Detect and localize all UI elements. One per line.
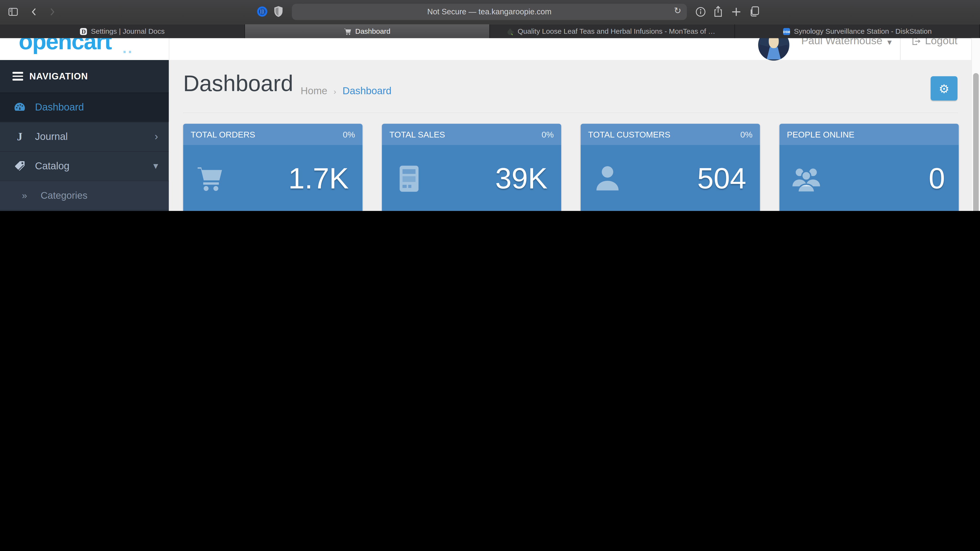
tab-title: Synology Surveillance Station - DiskStat… [794,27,932,35]
tile-value: 0 [929,160,945,195]
tile-header: TOTAL ORDERS0% [183,124,363,145]
teapot-favicon [506,27,514,35]
tab-title: Dashboard [355,27,390,35]
sidebar-item-catalog[interactable]: Catalog▼ [0,151,169,180]
svg-text:DSM: DSM [783,30,790,33]
browser-tab-bar: DSettings | Journal DocsDashboardQuality… [0,24,980,38]
breadcrumb-current[interactable]: Dashboard [343,86,391,96]
tile-body: 39K [382,145,561,210]
sidebar-item-label: Categories [41,190,88,201]
tile-percent: 0% [541,130,554,139]
journal-icon: J [13,130,26,143]
user-icon [592,162,623,194]
opencart-logo-cart-dots: .. [123,40,133,57]
sidebar: NAVIGATION DashboardJJournal›Catalog▼»Ca… [0,60,169,211]
journal-docs-favicon: D [80,27,88,35]
sidebar-nav-header: NAVIGATION [0,60,169,92]
dsm-favicon: DSM [783,27,791,35]
sidebar-item-products[interactable]: »Products [0,210,169,211]
breadcrumb-home[interactable]: Home [301,86,327,96]
header-divider [900,38,901,60]
screen: Not Secure — tea.kangaroopie.com ↻ DSett… [0,0,980,211]
tile-total-sales: TOTAL SALES0%39KView more... [382,124,561,211]
browser-tab-3[interactable]: Quality Loose Leaf Teas and Herbal Infus… [490,24,735,38]
tile-title: PEOPLE ONLINE [787,130,854,139]
back-icon[interactable] [29,6,40,17]
extension-badge-icon[interactable] [256,6,268,18]
address-url: Not Secure — tea.kangaroopie.com [427,7,552,16]
tile-view-more-link[interactable]: View more... [382,210,561,211]
tile-value: 504 [697,160,746,195]
tile-value: 1.7K [288,160,349,195]
sidebar-item-label: Dashboard [35,102,84,113]
tile-view-more-link[interactable]: View more... [183,210,363,211]
forward-icon[interactable] [46,6,57,17]
tile-header: TOTAL CUSTOMERS0% [581,124,760,145]
chevron-down-icon: ▼ [153,163,158,169]
settings-gear-button[interactable]: ⚙ [931,76,958,101]
tile-title: TOTAL CUSTOMERS [588,130,670,139]
caret-down-icon: ▼ [888,40,892,46]
breadcrumb: Home›Dashboard [301,86,391,97]
tile-value: 39K [495,160,547,195]
tile-total-customers: TOTAL CUSTOMERS0%504View more... [581,124,760,211]
opencart-cart-favicon [344,27,352,35]
tag-icon [13,159,26,173]
tile-header: PEOPLE ONLINE [779,124,959,145]
sidebar-item-label: Catalog [35,160,69,172]
sidebar-item-journal[interactable]: JJournal› [0,122,169,151]
browser-tab-4[interactable]: DSMSynology Surveillance Station - DiskS… [735,24,980,38]
opencart-logo: opencart [19,38,111,55]
info-icon[interactable] [695,7,706,17]
svg-text:J: J [17,131,22,143]
browser-tab-1[interactable]: DSettings | Journal Docs [0,24,245,38]
tab-overview-icon[interactable] [749,6,760,18]
tile-people-online: PEOPLE ONLINE0View more... [779,124,959,211]
browser-toolbar: Not Secure — tea.kangaroopie.com ↻ [0,0,980,24]
credit-card-icon [393,162,425,194]
tile-title: TOTAL SALES [389,130,445,139]
scrollbar-track[interactable] [971,38,980,211]
sidebar-item-dashboard[interactable]: Dashboard [0,92,169,122]
double-chevron-icon: » [22,190,27,200]
browser-tab-2[interactable]: Dashboard [245,24,490,38]
app-header: opencart .. Paul Waterhouse▼ Logout [0,38,980,60]
page-title: Dashboard [183,71,293,97]
tile-percent: 0% [740,130,752,139]
users-icon [791,162,822,194]
tile-total-orders: TOTAL ORDERS0%1.7KView more... [183,124,363,211]
menu-icon[interactable] [13,72,23,80]
cart-icon [194,162,226,194]
new-tab-icon[interactable] [731,7,741,17]
tile-body: 504 [581,145,760,210]
tab-title: Settings | Journal Docs [91,27,165,35]
speedometer-icon [13,101,26,114]
nav-header-label: NAVIGATION [29,71,88,81]
tab-title: Quality Loose Leaf Teas and Herbal Infus… [517,27,718,35]
tile-view-more-link[interactable]: View more... [581,210,760,211]
sidebar-item-categories[interactable]: »Categories [0,180,169,210]
tile-view-more-link[interactable]: View more... [779,210,959,211]
tile-body: 0 [779,145,959,210]
breadcrumb-separator: › [334,87,336,96]
svg-text:D: D [82,28,86,35]
logo-area: opencart .. [0,38,169,60]
sidebar-toggle-icon[interactable] [7,6,19,17]
header-rule [183,113,958,113]
address-bar[interactable]: Not Secure — tea.kangaroopie.com ↻ [292,4,687,20]
share-icon[interactable] [713,6,723,18]
chevron-right-icon: › [154,131,158,142]
sidebar-item-label: Journal [35,131,68,142]
shield-icon[interactable] [274,6,283,18]
tile-percent: 0% [343,130,355,139]
reload-icon[interactable]: ↻ [674,6,681,16]
gear-icon: ⚙ [939,81,950,95]
scrollbar-thumb[interactable] [973,73,979,211]
stat-tiles: TOTAL ORDERS0%1.7KView more...TOTAL SALE… [183,124,960,211]
tile-title: TOTAL ORDERS [191,130,255,139]
tile-header: TOTAL SALES0% [382,124,561,145]
tile-body: 1.7K [183,145,363,210]
